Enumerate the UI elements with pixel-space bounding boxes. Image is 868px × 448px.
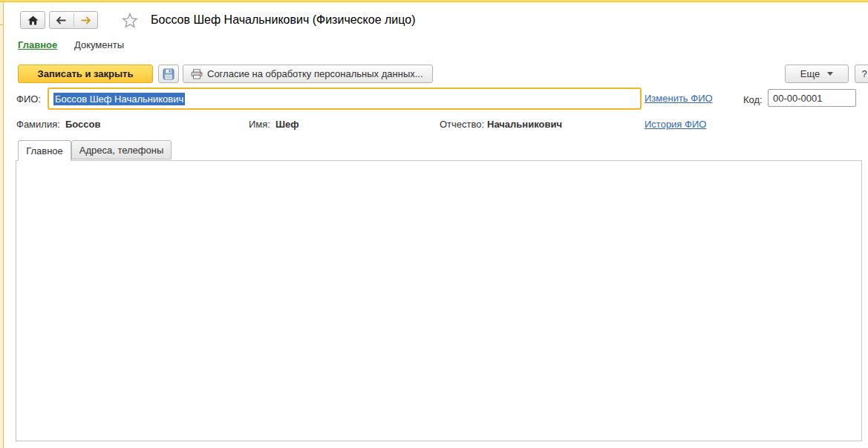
fio-label: ФИО: xyxy=(16,93,41,105)
tab-addresses[interactable]: Адреса, телефоны xyxy=(71,140,172,159)
tab-main[interactable]: Главное xyxy=(18,140,71,161)
change-fio-link[interactable]: Изменить ФИО xyxy=(645,93,713,104)
page-title: Боссов Шеф Начальникович (Физическое лиц… xyxy=(151,13,416,27)
patronymic-value: Начальникович xyxy=(487,119,562,130)
nav-tab-main[interactable]: Главное xyxy=(18,39,57,50)
chevron-down-icon xyxy=(827,72,833,76)
star-icon xyxy=(121,12,139,30)
back-arrow-icon xyxy=(56,16,67,24)
name-label: Имя: xyxy=(249,119,270,130)
left-accent-divider xyxy=(0,24,4,25)
home-button[interactable] xyxy=(20,11,45,29)
history-nav-group xyxy=(49,11,98,29)
save-and-close-button[interactable]: Записать и закрыть xyxy=(18,65,153,83)
back-button[interactable] xyxy=(50,12,74,28)
code-input[interactable]: 00-00-0001 xyxy=(768,89,856,107)
save-button[interactable] xyxy=(158,65,179,83)
tab-content-panel xyxy=(16,160,862,441)
help-button[interactable]: ? xyxy=(855,65,868,83)
more-button-label: Еще xyxy=(800,68,820,79)
more-button[interactable]: Еще xyxy=(785,65,849,83)
forward-button[interactable] xyxy=(74,12,98,28)
fio-input[interactable]: Боссов Шеф Начальникович xyxy=(48,88,642,110)
nav-tab-documents[interactable]: Документы xyxy=(74,39,124,50)
consent-button-label: Согласие на обработку персональных данны… xyxy=(207,68,423,79)
fio-history-link[interactable]: История ФИО xyxy=(645,119,706,130)
floppy-disk-icon xyxy=(163,68,174,80)
favorite-star-button[interactable] xyxy=(120,11,140,30)
consent-button[interactable]: Согласие на обработку персональных данны… xyxy=(183,65,433,83)
surname-label: Фамилия: xyxy=(16,119,60,130)
fio-selected-text: Боссов Шеф Начальникович xyxy=(53,93,185,105)
surname-value: Боссов xyxy=(65,119,101,130)
window-left-accent xyxy=(0,2,4,448)
forward-arrow-icon xyxy=(80,16,91,24)
home-icon xyxy=(27,16,39,25)
code-label: Код: xyxy=(743,94,763,105)
window-top-accent xyxy=(0,0,868,2)
printer-icon xyxy=(191,69,203,79)
name-value: Шеф xyxy=(275,119,299,130)
patronymic-label: Отчество: xyxy=(440,119,484,130)
